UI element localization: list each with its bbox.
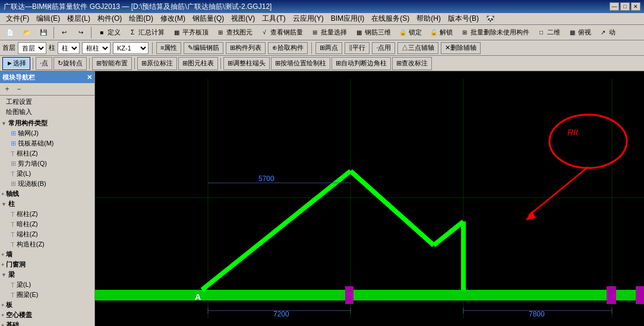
sidebar-item-slab[interactable]: ⊞ 现浇板(B) bbox=[8, 179, 94, 189]
menu-edit[interactable]: 编辑(E) bbox=[33, 12, 64, 25]
id-select[interactable]: KZ-1 bbox=[113, 42, 149, 54]
sep3 bbox=[152, 42, 153, 54]
sidebar-group-foundation-header[interactable]: + 基础 bbox=[0, 320, 94, 326]
toolbar-properties: 首层 首层 柱 柱 框柱 KZ-1 ≡属性 ✎编辑钢筋 ⊞构件列表 ⊕拾取构件 … bbox=[0, 40, 644, 56]
element-select[interactable]: 柱 bbox=[58, 42, 80, 54]
sidebar-col-children: T 框柱(Z) T 暗柱(Z) T 端柱(Z) T 构造柱(Z) bbox=[0, 209, 94, 249]
menu-online[interactable]: 在线服务(S) bbox=[368, 12, 413, 25]
edit-rebar-btn[interactable]: ✎编辑钢筋 bbox=[184, 42, 223, 54]
point-btn[interactable]: ·点用 bbox=[372, 42, 395, 54]
menu-file[interactable]: 文件(F) bbox=[2, 12, 33, 25]
two-point-btn[interactable]: ⊞两点 bbox=[315, 42, 342, 54]
sidebar-minus-btn[interactable]: − bbox=[14, 84, 24, 94]
sidebar-item-axis[interactable]: ⊞ 轴网(J) bbox=[8, 128, 94, 138]
unlock-btn[interactable]: 🔓解锁 bbox=[426, 26, 456, 39]
sidebar-group-board-header[interactable]: + 板 bbox=[0, 300, 94, 310]
type-select[interactable]: 框柱 bbox=[82, 42, 111, 54]
sidebar-group-wall-header[interactable]: + 墙 bbox=[0, 249, 94, 259]
col-table-btn[interactable]: ⊞图元柱表 bbox=[178, 57, 218, 70]
rebar-3d-btn[interactable]: ▦钢筋三维 bbox=[351, 26, 394, 39]
sidebar-item-beam[interactable]: T 梁(L) bbox=[8, 169, 94, 179]
sidebar-item-shear-wall[interactable]: ⊞ 剪力墙(Q) bbox=[8, 159, 94, 169]
view-rebar-btn[interactable]: √查看钢筋量 bbox=[257, 26, 306, 39]
menu-cloud[interactable]: 云应用(Y) bbox=[289, 12, 327, 25]
del-aux-btn[interactable]: ✕删除辅轴 bbox=[441, 42, 481, 54]
define-btn[interactable]: ■定义 bbox=[94, 26, 124, 39]
sidebar-group-axis-header[interactable]: + 轴线 bbox=[0, 189, 94, 199]
menu-bim[interactable]: BIM应用(I) bbox=[327, 12, 368, 25]
save-btn[interactable]: 💾 bbox=[36, 26, 51, 39]
sidebar: 模块导航栏 ✕ + − 工程设置 绘图输入 ▼ 常用构件类型 ⊞ 轴网(J) bbox=[0, 71, 95, 326]
batch-del-btn[interactable]: ⊞批量删除未使用构件 bbox=[457, 26, 532, 39]
title-bar: 广联达—BIM钢筋算量软件 GGJ2013 — [D:\预结算及抽筋\广联达抽筋… bbox=[0, 0, 644, 13]
topview-btn[interactable]: ▦俯视 bbox=[564, 26, 594, 39]
sidebar-item-ring-beam[interactable]: T 圈梁(E) bbox=[8, 290, 94, 300]
svg-line-26 bbox=[529, 167, 588, 216]
sidebar-close-btn[interactable]: ✕ bbox=[87, 74, 92, 81]
attr-btn[interactable]: ≡属性 bbox=[156, 42, 181, 54]
rotate-point-btn[interactable]: ↻旋转点 bbox=[53, 57, 87, 70]
new-btn[interactable]: 📄 bbox=[2, 26, 18, 39]
canvas-area[interactable]: A 5700 7200 7800 bbox=[95, 71, 644, 326]
three-point-btn[interactable]: △三点辅轴 bbox=[397, 42, 438, 54]
sidebar-add-btn[interactable]: + bbox=[2, 84, 12, 94]
parallel-btn[interactable]: ∥平行 bbox=[345, 42, 370, 54]
lock-btn[interactable]: 🔒锁定 bbox=[395, 26, 425, 39]
svg-line-12 bbox=[351, 171, 434, 245]
sidebar-item-drawing[interactable]: 绘图输入 bbox=[2, 107, 92, 117]
sigma-btn[interactable]: Σ汇总计算 bbox=[125, 26, 168, 39]
svg-rect-8 bbox=[607, 286, 616, 304]
2d-btn[interactable]: □二维 bbox=[533, 26, 563, 39]
menu-element[interactable]: 构件(O) bbox=[94, 12, 125, 25]
sep4 bbox=[311, 42, 312, 54]
check-annotation-btn[interactable]: ⊞查改标注 bbox=[392, 57, 432, 70]
orig-annotation-btn[interactable]: ⊞原位标注 bbox=[137, 57, 177, 70]
close-button[interactable]: ✕ bbox=[631, 2, 640, 11]
find-btn[interactable]: ⊞查找图元 bbox=[213, 26, 255, 39]
open-btn[interactable]: 📂 bbox=[19, 26, 34, 39]
sidebar-group-board: + 板 bbox=[0, 300, 94, 310]
smart-layout-btn[interactable]: ⊞智能布置 bbox=[92, 57, 132, 70]
point-draw-btn[interactable]: ·点 bbox=[36, 57, 52, 70]
pick-btn[interactable]: ⊕拾取构件 bbox=[268, 42, 308, 54]
menu-version[interactable]: 版本号(B) bbox=[444, 12, 482, 25]
sidebar-item-raft[interactable]: ⊞ 筏板基础(M) bbox=[8, 138, 94, 148]
sidebar-item-struct-col[interactable]: T 构造柱(Z) bbox=[8, 239, 94, 249]
sidebar-group-liang-header[interactable]: ▼ 梁 bbox=[0, 270, 94, 280]
sidebar-item-frame-col2[interactable]: T 框柱(Z) bbox=[8, 209, 94, 219]
adj-col-end-btn[interactable]: ⊞调整柱端头 bbox=[223, 57, 270, 70]
menu-view[interactable]: 视图(V) bbox=[228, 12, 258, 25]
svg-marker-27 bbox=[526, 211, 536, 220]
sidebar-group-col-header[interactable]: ▼ 柱 bbox=[0, 199, 94, 209]
sidebar-item-frame-col[interactable]: T 框柱(Z) bbox=[8, 148, 94, 159]
sidebar-item-end-col[interactable]: T 端柱(Z) bbox=[8, 229, 94, 239]
menu-tools[interactable]: 工具(T) bbox=[258, 12, 289, 25]
draw-by-wall-btn[interactable]: ⊞按墙位置绘制柱 bbox=[271, 57, 330, 70]
sep8 bbox=[220, 58, 221, 69]
sidebar-common-children: ⊞ 轴网(J) ⊞ 筏板基础(M) T 框柱(Z) ⊞ 剪力墙(Q) T 梁(L… bbox=[0, 128, 94, 189]
floor-select[interactable]: 首层 bbox=[18, 42, 46, 54]
menu-rebar[interactable]: 钢筋量(Q) bbox=[189, 12, 228, 25]
batch-select-btn[interactable]: ⊞批量选择 bbox=[307, 26, 350, 39]
undo-btn[interactable]: ↩ bbox=[56, 26, 72, 39]
maximize-button[interactable]: □ bbox=[620, 2, 630, 11]
menu-help[interactable]: 帮助(H) bbox=[413, 12, 444, 25]
minimize-button[interactable]: — bbox=[610, 2, 619, 11]
sidebar-item-beam2[interactable]: T 梁(L) bbox=[8, 280, 94, 290]
element-list-btn[interactable]: ⊞构件列表 bbox=[226, 42, 266, 54]
flat-top-btn[interactable]: ▦平齐板顶 bbox=[169, 26, 211, 39]
redo-btn[interactable]: ↪ bbox=[73, 26, 89, 39]
menu-draw[interactable]: 绘图(D) bbox=[125, 12, 157, 25]
window-controls: — □ ✕ bbox=[610, 2, 640, 11]
menu-modify[interactable]: 修改(M) bbox=[157, 12, 189, 25]
auto-judge-btn[interactable]: ⊞自动判断边角柱 bbox=[332, 57, 391, 70]
sidebar-item-engineering[interactable]: 工程设置 bbox=[2, 97, 92, 107]
menu-floor[interactable]: 楼层(L) bbox=[64, 12, 94, 25]
sidebar-group-door-header[interactable]: + 门窗洞 bbox=[0, 259, 94, 270]
svg-rect-9 bbox=[636, 286, 644, 304]
dynamic-btn[interactable]: ↗动 bbox=[595, 26, 618, 39]
sidebar-item-hidden-col[interactable]: T 暗柱(Z) bbox=[8, 219, 94, 229]
select-btn[interactable]: ►选择 bbox=[2, 57, 30, 70]
sidebar-group-common-header[interactable]: ▼ 常用构件类型 bbox=[0, 118, 94, 128]
sidebar-group-hollow-header[interactable]: + 空心楼盖 bbox=[0, 310, 94, 320]
